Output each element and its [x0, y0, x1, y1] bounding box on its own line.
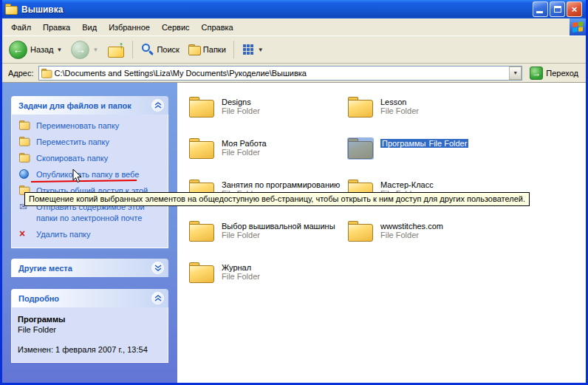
folder-glyph — [19, 137, 30, 146]
windows-logo — [570, 18, 586, 35]
task-pane: Задачи для файлов и папок Переименовать … — [2, 83, 177, 383]
panel-file-tasks: Задачи для файлов и папок Переименовать … — [11, 96, 168, 248]
forward-dropdown-icon: ▼ — [92, 47, 98, 53]
folder-type: File Folder — [222, 272, 260, 281]
mouse-cursor — [72, 168, 82, 183]
details-header[interactable]: Подробно — [11, 289, 168, 307]
collapse-button[interactable] — [151, 292, 164, 304]
menu-item-3[interactable]: Вид — [76, 20, 103, 35]
folder-name: Мастер-Класс — [380, 180, 434, 189]
toolbar: ← Назад ▼ → ▼ ↑ Поиск Папки ▼ — [2, 36, 586, 64]
folder-label-block: ПрограммыFile Folder — [380, 137, 468, 148]
folder-glyph — [19, 120, 30, 129]
task-link[interactable]: Переместить папку — [19, 137, 163, 148]
folder-item[interactable]: LessonFile Folder — [347, 96, 502, 137]
chevron-down-icon — [154, 265, 162, 271]
address-dropdown-button[interactable]: ▼ — [509, 67, 522, 80]
up-folder-icon: ↑ — [107, 41, 125, 58]
file-tasks-header[interactable]: Задачи для файлов и папок — [11, 96, 168, 115]
close-button[interactable]: × — [567, 1, 582, 17]
folder-item[interactable]: ЖурналFile Folder — [188, 262, 343, 303]
task-link-label: Скопировать папку — [36, 153, 108, 164]
chevron-up-icon — [154, 102, 162, 109]
menu-bar-row: ФайлПравкаВидИзбранноеСервисСправка — [2, 18, 586, 36]
folder-item[interactable]: Моя РаботаFile Folder — [188, 137, 343, 179]
window-controls: × — [533, 1, 582, 17]
copy-folder-icon — [19, 153, 32, 163]
details-body: Программы File Folder Изменен: 1 февраля… — [11, 307, 168, 363]
toolbar-separator — [132, 41, 133, 58]
views-button[interactable]: ▼ — [238, 41, 267, 58]
forward-button[interactable]: → ▼ — [67, 38, 102, 61]
menu-item-4[interactable]: Избранное — [103, 20, 156, 35]
folder-name: Занятия по программированию — [222, 180, 340, 189]
delete-icon: × — [19, 229, 32, 239]
address-label: Адрес: — [8, 69, 34, 78]
expand-button[interactable] — [151, 262, 164, 274]
folder-name: Программы — [380, 139, 427, 148]
folder-glyph — [19, 153, 30, 162]
minimize-icon — [536, 11, 543, 13]
chevron-up-icon — [154, 295, 162, 301]
other-places-header[interactable]: Другие места — [11, 259, 168, 277]
task-link-label: Переместить папку — [36, 137, 109, 148]
views-dropdown-icon[interactable]: ▼ — [258, 47, 264, 53]
folder-item[interactable]: Выбор вышивальной машиныFile Folder — [188, 220, 343, 262]
menu-item-6[interactable]: Справка — [196, 20, 239, 35]
views-icon — [242, 43, 255, 56]
menu-item-1[interactable]: Файл — [5, 20, 37, 35]
folder-name: Журнал — [222, 263, 260, 272]
explorer-window: Вышивка × ФайлПравкаВидИзбранноеСервисСп… — [0, 0, 588, 385]
up-button[interactable]: ↑ — [103, 39, 129, 61]
title-bar: Вышивка × — [2, 0, 586, 18]
folder-name: Выбор вышивальной машины — [222, 222, 335, 231]
move-folder-icon — [19, 137, 32, 147]
collapse-button[interactable] — [151, 99, 164, 112]
details-folder-type: File Folder — [18, 325, 162, 334]
go-label: Переход — [546, 69, 578, 78]
panel-other-places: Другие места — [11, 259, 168, 277]
folder-label-block: DesignsFile Folder — [222, 96, 260, 115]
menu-item-5[interactable]: Сервис — [156, 20, 196, 35]
window-title: Вышивка — [21, 4, 529, 15]
folders-button[interactable]: Папки — [185, 42, 230, 57]
task-link[interactable]: Опубликовать папку в вебе — [19, 169, 163, 180]
folder-icon — [347, 137, 374, 160]
folder-name: wwwstitches.com — [380, 222, 443, 231]
globe-icon — [19, 169, 29, 179]
folder-name: Моя Работа — [222, 139, 267, 148]
address-input[interactable]: C:\Documents and Settings\Liza\My Docume… — [38, 66, 523, 81]
other-places-title: Другие места — [18, 264, 72, 273]
folder-view: DesignsFile FolderLessonFile FolderМоя Р… — [177, 83, 586, 383]
task-link[interactable]: ×Удалить папку — [19, 229, 163, 240]
task-link-label: Удалить папку — [36, 229, 91, 240]
go-button[interactable]: → Переход — [527, 65, 581, 81]
folder-item[interactable]: ПрограммыFile Folder — [347, 137, 502, 179]
folder-label-block: Выбор вышивальной машиныFile Folder — [222, 220, 335, 239]
maximize-button[interactable] — [550, 1, 565, 17]
details-folder-name: Программы — [18, 315, 162, 324]
details-title: Подробно — [18, 294, 59, 303]
minimize-button[interactable] — [533, 1, 548, 17]
folder-label-block: wwwstitches.comFile Folder — [380, 220, 443, 239]
folders-icon — [188, 44, 200, 55]
address-bar: Адрес: C:\Documents and Settings\Liza\My… — [2, 64, 586, 83]
folder-icon — [347, 96, 374, 118]
folder-name: Designs — [222, 98, 260, 106]
folder-icon — [188, 96, 215, 118]
back-label: Назад — [30, 45, 54, 54]
task-link-label: Переименовать папку — [36, 120, 119, 132]
task-link[interactable]: Переименовать папку — [19, 120, 163, 132]
folder-item[interactable]: DesignsFile Folder — [188, 96, 343, 137]
folder-item[interactable]: wwwstitches.comFile Folder — [347, 220, 502, 262]
rename-folder-icon — [19, 120, 32, 131]
back-button[interactable]: ← Назад ▼ — [5, 38, 66, 61]
task-link[interactable]: Скопировать папку — [19, 153, 163, 164]
address-path: C:\Documents and Settings\Liza\My Docume… — [55, 69, 507, 78]
search-label: Поиск — [157, 45, 179, 54]
search-button[interactable]: Поиск — [137, 41, 182, 58]
back-dropdown-icon[interactable]: ▼ — [57, 47, 63, 53]
folder-icon — [347, 220, 374, 242]
file-tasks-title: Задачи для файлов и папок — [18, 101, 131, 110]
menu-item-2[interactable]: Правка — [37, 20, 76, 35]
